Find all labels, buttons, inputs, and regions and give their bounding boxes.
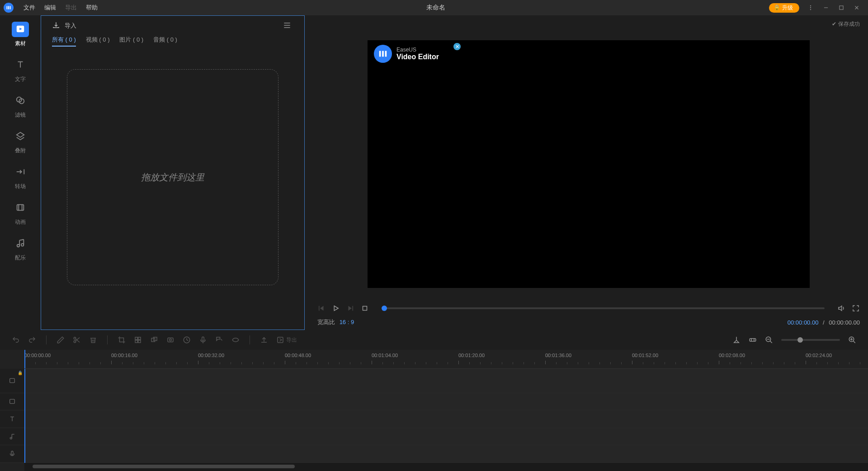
tracks[interactable]: [24, 369, 868, 463]
sidebar-item-animation[interactable]: 动画: [6, 200, 34, 226]
prev-frame-button[interactable]: [317, 304, 326, 312]
watermark-logo-icon: [374, 45, 392, 63]
track-video-main[interactable]: [24, 369, 868, 393]
minimize-icon[interactable]: [818, 5, 834, 11]
svg-rect-1: [8, 6, 9, 9]
track-header-voiceover[interactable]: [0, 445, 24, 463]
track-video-pip[interactable]: [24, 393, 868, 411]
timeline-toolbar: 导出: [0, 330, 868, 350]
svg-line-54: [187, 340, 188, 341]
sidebar-item-music[interactable]: 配乐: [6, 236, 34, 262]
redo-button[interactable]: [28, 336, 36, 344]
maximize-icon[interactable]: [834, 5, 849, 11]
mosaic-button[interactable]: [134, 336, 142, 344]
divider: [46, 335, 47, 344]
media-dropzone[interactable]: 拖放文件到这里: [67, 69, 278, 285]
svg-marker-39: [839, 306, 842, 311]
track-header-video-main[interactable]: 🔒: [0, 369, 24, 393]
svg-rect-47: [138, 340, 141, 343]
sidebar-item-filter[interactable]: 滤镜: [6, 93, 34, 119]
menu-export: 导出: [61, 4, 81, 12]
sidebar-item-transition[interactable]: 转场: [6, 165, 34, 190]
import-button[interactable]: 导入: [52, 21, 76, 31]
watermark-close-icon[interactable]: ✕: [453, 43, 461, 50]
export-button[interactable]: 导出: [276, 336, 297, 344]
seek-slider[interactable]: [382, 307, 825, 309]
fit-timeline-button[interactable]: [749, 336, 757, 344]
zoom-region-button[interactable]: [150, 336, 158, 344]
divider: [107, 335, 108, 344]
track-header-text[interactable]: [0, 410, 24, 428]
track-voiceover[interactable]: [24, 445, 868, 463]
speech-to-text-button[interactable]: [231, 336, 240, 344]
marker-button[interactable]: [732, 336, 741, 344]
svg-rect-2: [10, 6, 11, 9]
menu-help[interactable]: 帮助: [81, 4, 102, 12]
timeline-ruler[interactable]: 00:00:00.0000:00:16.0000:00:32.0000:00:4…: [24, 350, 868, 369]
divider: [250, 335, 250, 344]
time-total: 00:00:00.00: [829, 319, 860, 326]
next-frame-button[interactable]: [346, 304, 354, 312]
watermark: EaseUS Video Editor: [374, 45, 439, 63]
track-text[interactable]: [24, 410, 868, 428]
fullscreen-button[interactable]: [852, 304, 860, 312]
sidebar-item-label: 滤镜: [15, 111, 26, 119]
svg-line-67: [853, 341, 855, 343]
close-icon[interactable]: [849, 5, 864, 11]
ruler-timestamp: 00:00:48.00: [285, 353, 311, 358]
volume-button[interactable]: [837, 304, 845, 312]
svg-rect-34: [319, 306, 320, 311]
seek-head[interactable]: [382, 306, 387, 311]
video-preview[interactable]: EaseUS Video Editor ✕: [368, 40, 810, 288]
tab-image[interactable]: 图片 ( 0 ): [119, 36, 143, 47]
tab-audio[interactable]: 音频 ( 0 ): [153, 36, 177, 47]
timeline: 00:00:00.0000:00:16.0000:00:32.0000:00:4…: [0, 350, 868, 471]
ruler-timestamp: 00:02:24.00: [806, 353, 832, 358]
track-audio[interactable]: [24, 428, 868, 446]
playhead[interactable]: [24, 369, 25, 463]
sidebar-item-overlay[interactable]: 叠附: [6, 129, 34, 155]
tab-video[interactable]: 视频 ( 0 ): [86, 36, 110, 47]
tab-all[interactable]: 所有 ( 0 ): [52, 36, 76, 47]
text-to-speech-button[interactable]: [215, 336, 223, 344]
timeline-horizontal-scrollbar[interactable]: [24, 463, 868, 471]
stop-button[interactable]: [361, 304, 369, 312]
freeze-frame-button[interactable]: [166, 336, 175, 344]
more-menu-icon[interactable]: [803, 5, 818, 11]
track-header-audio[interactable]: [0, 428, 24, 446]
ruler-timestamp: 00:00:32.00: [198, 353, 224, 358]
crop-button[interactable]: [118, 336, 126, 344]
scrollbar-thumb[interactable]: [33, 465, 295, 468]
ruler-timestamp: 00:01:20.00: [458, 353, 485, 358]
lock-icon: 🔒: [18, 371, 23, 375]
speed-button[interactable]: [183, 336, 191, 344]
track-header-video-pip[interactable]: [0, 393, 24, 411]
zoom-in-button[interactable]: [848, 336, 856, 344]
svg-line-63: [770, 341, 772, 343]
menu-file[interactable]: 文件: [19, 4, 40, 12]
aspect-value[interactable]: 16 : 9: [340, 319, 354, 325]
svg-rect-75: [11, 451, 13, 455]
undo-button[interactable]: [12, 336, 20, 344]
svg-rect-69: [10, 400, 15, 404]
list-view-icon[interactable]: [283, 21, 292, 31]
aspect-label: 宽高比: [317, 319, 335, 325]
zoom-slider[interactable]: [781, 339, 840, 341]
sidebar-item-text[interactable]: 文字: [6, 57, 34, 83]
filter-icon: [15, 95, 25, 107]
zoom-out-button[interactable]: [765, 336, 773, 344]
edit-clip-button[interactable]: [57, 336, 65, 344]
upload-button[interactable]: [260, 336, 268, 344]
left-sidebar: 素材 文字 滤镜 叠附 转场 动画 配乐: [0, 15, 41, 330]
upgrade-button[interactable]: 🔒 升级: [769, 3, 799, 13]
zoom-slider-head[interactable]: [797, 337, 803, 343]
save-status: ✔ 保存成功: [317, 20, 860, 28]
play-button[interactable]: [332, 304, 340, 312]
svg-rect-58: [750, 339, 756, 341]
sidebar-item-media[interactable]: 素材: [6, 22, 34, 47]
split-button[interactable]: [73, 336, 81, 344]
watermark-app: Video Editor: [396, 53, 439, 61]
menu-edit[interactable]: 编辑: [40, 4, 61, 12]
voiceover-button[interactable]: [199, 336, 207, 344]
delete-button[interactable]: [89, 336, 97, 344]
